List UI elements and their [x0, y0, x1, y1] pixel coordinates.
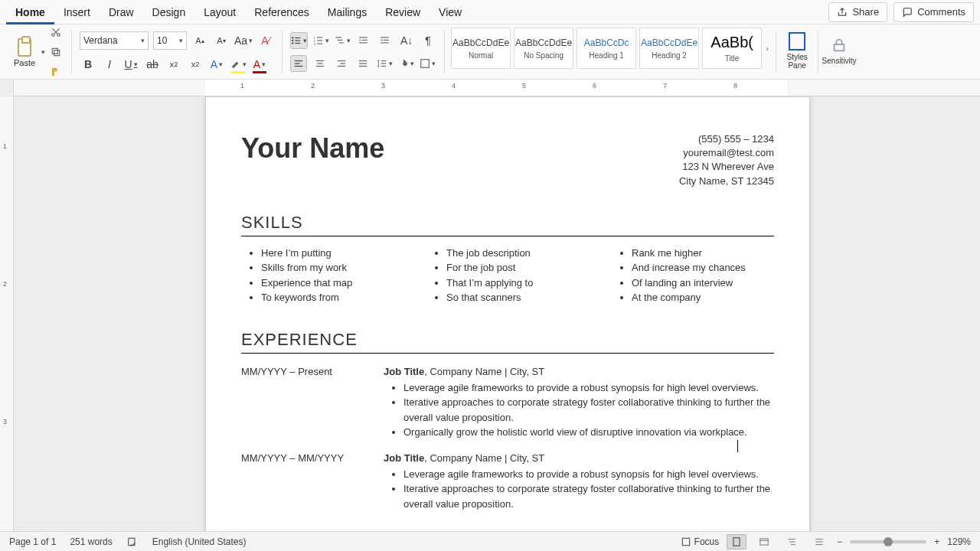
print-layout-view-button[interactable] [727, 534, 746, 549]
highlight-button[interactable]: ▾ [230, 56, 247, 73]
contact-block[interactable]: (555) 555 – 1234 youremail@test.com 123 … [679, 132, 774, 188]
exp-bullet[interactable]: Iterative approaches to corporate strate… [403, 481, 774, 511]
share-button[interactable]: Share [828, 2, 887, 22]
style-title[interactable]: AaBb(Title [702, 28, 762, 69]
exp-bullet[interactable]: Leverage agile frameworks to provide a r… [403, 467, 774, 482]
tab-layout[interactable]: Layout [194, 0, 245, 24]
experience-entry[interactable]: MM/YYYY – PresentJob Title, Company Name… [241, 366, 774, 440]
zoom-level[interactable]: 129% [947, 536, 971, 547]
subscript-button[interactable]: x2 [165, 56, 182, 73]
tab-home[interactable]: Home [6, 0, 54, 24]
line-spacing-button[interactable]: ▾ [376, 55, 393, 72]
skill-item[interactable]: To keywords from [261, 290, 403, 305]
copy-button[interactable] [48, 44, 64, 60]
font-size-select[interactable]: 10▾ [153, 31, 187, 50]
skill-item[interactable]: Experience that map [261, 276, 403, 291]
paste-button[interactable]: Paste [9, 29, 40, 75]
styles-pane-button[interactable]: Styles Pane [779, 28, 815, 73]
skills-columns[interactable]: Here I’m puttingSkills from my workExper… [241, 246, 774, 305]
gallery-more-button[interactable]: › [762, 28, 773, 69]
job-line[interactable]: Job Title, Company Name | City, ST [384, 366, 774, 377]
style-heading-2[interactable]: AaBbCcDdEeHeading 2 [639, 28, 699, 69]
skill-item[interactable]: And increase my chances [632, 260, 774, 276]
bullets-button[interactable]: ▾ [290, 32, 308, 49]
skill-item[interactable]: The job description [446, 246, 589, 261]
clear-formatting-button[interactable]: A⁄ [257, 32, 274, 49]
tab-insert[interactable]: Insert [54, 0, 100, 24]
italic-button[interactable]: I [101, 56, 118, 73]
show-marks-button[interactable]: ¶ [420, 32, 436, 49]
skill-item[interactable]: That I’m applying to [446, 276, 589, 291]
style-heading-1[interactable]: AaBbCcDcHeading 1 [577, 28, 636, 69]
format-painter-button[interactable] [48, 64, 64, 80]
page[interactable]: Your Name (555) 555 – 1234 youremail@tes… [205, 96, 810, 531]
align-left-button[interactable] [290, 55, 307, 72]
tab-draw[interactable]: Draw [100, 0, 143, 24]
word-count[interactable]: 251 words [70, 536, 112, 547]
align-right-button[interactable] [333, 55, 350, 72]
zoom-slider[interactable] [850, 540, 926, 543]
exp-dates[interactable]: MM/YYYY – MM/YYYY [241, 452, 384, 512]
skill-item[interactable]: Of landing an interview [632, 276, 774, 291]
zoom-in-button[interactable]: + [934, 536, 939, 547]
skills-column[interactable]: Rank me higherAnd increase my chancesOf … [612, 246, 774, 305]
strikethrough-button[interactable]: ab [144, 56, 161, 73]
outline-view-button[interactable] [782, 534, 802, 549]
spell-check-icon[interactable] [126, 536, 139, 547]
skill-item[interactable]: Here I’m putting [261, 246, 403, 261]
skill-item[interactable]: Skills from my work [261, 260, 403, 276]
exp-bullet[interactable]: Iterative approaches to corporate strate… [403, 395, 774, 425]
skill-item[interactable]: So that scanners [446, 290, 589, 305]
text-effects-button[interactable]: A▾ [208, 56, 225, 73]
tab-references[interactable]: References [245, 0, 318, 24]
doc-name[interactable]: Your Name [241, 132, 384, 165]
tab-review[interactable]: Review [376, 0, 430, 24]
canvas[interactable]: Your Name (555) 555 – 1234 youremail@tes… [14, 96, 980, 531]
exp-bullet[interactable]: Leverage agile frameworks to provide a r… [403, 380, 774, 396]
style-normal[interactable]: AaBbCcDdEeNormal [451, 28, 511, 69]
language-indicator[interactable]: English (United States) [152, 536, 247, 547]
exp-dates[interactable]: MM/YYYY – Present [241, 366, 384, 440]
shrink-font-button[interactable]: A▾ [213, 32, 230, 49]
shading-button[interactable]: ▾ [397, 55, 414, 72]
tab-view[interactable]: View [430, 0, 471, 24]
tab-design[interactable]: Design [143, 0, 195, 24]
align-justify-button[interactable] [354, 55, 371, 72]
experience-header[interactable]: EXPERIENCE [241, 330, 774, 354]
borders-button[interactable]: ▾ [419, 55, 436, 72]
font-color-button[interactable]: A▾ [251, 56, 268, 73]
skill-item[interactable]: Rank me higher [632, 246, 774, 261]
bold-button[interactable]: B [80, 56, 96, 73]
style-no-spacing[interactable]: AaBbCcDdEeNo Spacing [514, 28, 573, 69]
change-case-button[interactable]: Aa▾ [234, 32, 253, 49]
sort-button[interactable]: A↓ [398, 32, 415, 49]
page-indicator[interactable]: Page 1 of 1 [9, 536, 56, 547]
underline-button[interactable]: U▾ [122, 56, 139, 73]
decrease-indent-button[interactable] [355, 32, 372, 49]
align-center-button[interactable] [312, 55, 328, 72]
tab-mailings[interactable]: Mailings [318, 0, 376, 24]
skills-header[interactable]: SKILLS [241, 213, 774, 236]
sensitivity-button[interactable]: Sensitivity [822, 28, 857, 73]
experience-entry[interactable]: MM/YYYY – MM/YYYYJob Title, Company Name… [241, 452, 774, 512]
skills-column[interactable]: The job descriptionFor the job postThat … [426, 246, 589, 305]
skill-item[interactable]: For the job post [446, 260, 589, 276]
vertical-ruler[interactable]: 123 [0, 96, 14, 531]
increase-indent-button[interactable] [377, 32, 394, 49]
numbering-button[interactable]: 123▾ [312, 32, 329, 49]
comments-button[interactable]: Comments [893, 2, 974, 22]
job-line[interactable]: Job Title, Company Name | City, ST [384, 452, 774, 464]
multilevel-list-button[interactable]: ▾ [334, 32, 351, 49]
skill-item[interactable]: At the company [632, 290, 774, 305]
skills-column[interactable]: Here I’m puttingSkills from my workExper… [241, 246, 403, 305]
grow-font-button[interactable]: A▴ [191, 32, 208, 49]
focus-mode-button[interactable]: Focus [681, 536, 720, 547]
cut-button[interactable] [48, 24, 64, 40]
exp-bullet[interactable]: Organically grow the holistic world view… [403, 425, 774, 440]
draft-view-button[interactable] [809, 534, 829, 549]
zoom-out-button[interactable]: − [837, 536, 842, 547]
font-name-select[interactable]: Verdana▾ [80, 31, 149, 50]
horizontal-ruler[interactable]: 12345678 [0, 80, 980, 96]
web-layout-view-button[interactable] [754, 534, 774, 549]
superscript-button[interactable]: x2 [187, 56, 204, 73]
